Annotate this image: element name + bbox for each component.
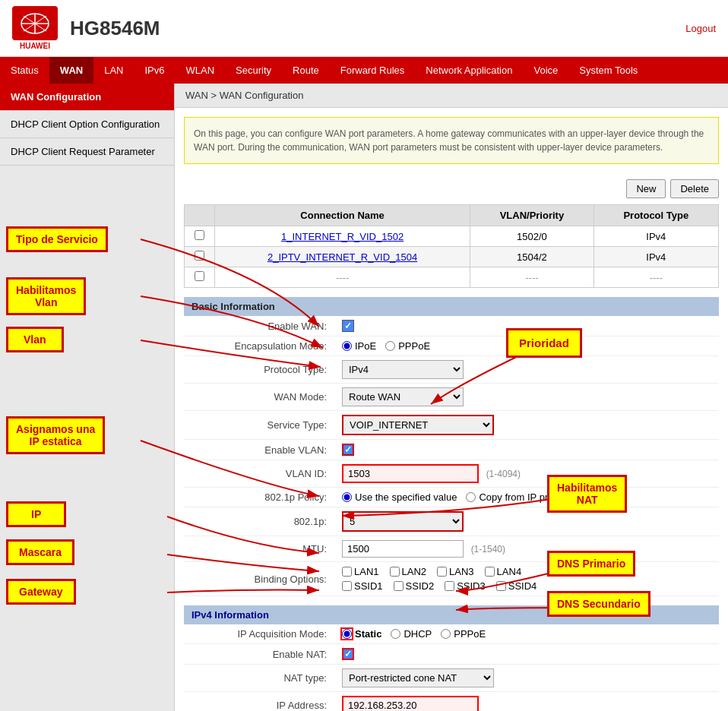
row2-connection-name[interactable]: 2_IPTV_INTERNET_R_VID_1504 (215, 247, 470, 267)
row3-connection-name: ---- (215, 267, 470, 288)
row2-checkbox[interactable] (195, 251, 204, 261)
breadcrumb: WAN > WAN Configuration (175, 84, 728, 108)
enable-vlan-checkbox[interactable] (342, 444, 354, 456)
binding-ssid3-cb[interactable] (445, 581, 454, 591)
binding-ssid4[interactable]: SSID4 (496, 580, 537, 592)
row2-protocol-type: IPv4 (593, 247, 718, 267)
binding-ssid2-cb[interactable] (394, 581, 404, 591)
enable-wan-checkbox[interactable] (342, 320, 354, 332)
ip-acq-static-radio[interactable] (342, 629, 352, 639)
encap-ipoe-radio[interactable] (342, 341, 352, 351)
ip-acq-pppoe-label[interactable]: PPPoE (441, 628, 486, 640)
mtu-input[interactable] (342, 540, 464, 558)
vlan-id-value: (1-4094) (336, 460, 719, 488)
ip-acq-static-label[interactable]: Static (342, 628, 381, 640)
vlan-id-hint: (1-4094) (486, 469, 521, 479)
encap-mode-group: IPoE PPPoE (342, 340, 713, 352)
protocol-type-select[interactable]: IPv4 (342, 360, 464, 379)
binding-label: Binding Options: (184, 562, 336, 596)
wan-mode-label: WAN Mode: (184, 384, 336, 411)
binding-lan1[interactable]: LAN1 (342, 566, 379, 577)
enable-nat-row: Enable NAT: (184, 644, 719, 665)
enable-wan-label: Enable WAN: (184, 316, 336, 337)
policy-copy-radio[interactable] (466, 492, 476, 502)
ipv4-form: IP Acquisition Mode: Static DHCP PPPoE E… (184, 624, 719, 711)
binding-options: LAN1 LAN2 LAN3 LAN4 SSID1 SSID2 SSID3 (342, 566, 713, 592)
ip-acq-label: IP Acquisition Mode: (184, 624, 336, 644)
binding-ssid3[interactable]: SSID3 (445, 580, 486, 592)
nav-forward-rules[interactable]: Forward Rules (330, 57, 416, 84)
nav-route[interactable]: Route (282, 57, 330, 84)
enable-nat-label: Enable NAT: (184, 644, 336, 665)
col-checkbox (185, 205, 215, 226)
col-connection-name: Connection Name (215, 205, 470, 226)
policy-specified-radio[interactable] (342, 492, 352, 502)
vlan-id-input[interactable] (342, 464, 479, 483)
nav-security[interactable]: Security (225, 57, 282, 84)
logout-button[interactable]: Logout (685, 23, 716, 34)
sidebar-item-dhcp-request[interactable]: DHCP Client Request Parameter (0, 138, 174, 166)
service-type-row: Service Type: VOIP_INTERNET (184, 411, 719, 440)
enable-vlan-value (336, 440, 719, 460)
nat-type-row: NAT type: Port-restricted cone NAT (184, 665, 719, 692)
ipv4-section: IPv4 Information IP Acquisition Mode: St… (184, 605, 719, 711)
binding-ssid1[interactable]: SSID1 (342, 580, 383, 592)
ip-address-input[interactable] (342, 696, 479, 711)
encap-mode-label: Encapsulation Mode: (184, 337, 336, 356)
main-content: WAN > WAN Configuration On this page, yo… (175, 84, 728, 711)
row3-checkbox[interactable] (195, 271, 204, 281)
mtu-row: MTU: (1-1540) (184, 536, 719, 562)
sidebar: WAN Configuration DHCP Client Option Con… (0, 84, 175, 711)
sidebar-item-dhcp-option[interactable]: DHCP Client Option Configuration (0, 111, 174, 138)
nat-type-value: Port-restricted cone NAT (336, 665, 719, 692)
wan-mode-row: WAN Mode: Route WAN (184, 384, 719, 411)
connection-table: Connection Name VLAN/Priority Protocol T… (184, 204, 719, 288)
binding-lan2-cb[interactable] (390, 567, 400, 577)
sidebar-item-wan-configuration[interactable]: WAN Configuration (0, 84, 174, 111)
nav-ipv6[interactable]: IPv6 (135, 57, 176, 84)
nav-lan[interactable]: LAN (93, 57, 134, 84)
enable-nat-value (336, 644, 719, 665)
nav-system-tools[interactable]: System Tools (568, 57, 648, 84)
policy-specified-label[interactable]: Use the specified value (342, 491, 457, 503)
dot1p-row: 802.1p: 5 0123 467 (184, 507, 719, 536)
wan-mode-value: Route WAN (336, 384, 719, 411)
binding-ssid2[interactable]: SSID2 (394, 580, 435, 592)
encap-pppoe-radio[interactable] (385, 341, 395, 351)
binding-ssid4-cb[interactable] (496, 581, 506, 591)
basic-info-title: Basic Information (184, 297, 719, 316)
binding-ssid1-cb[interactable] (342, 581, 352, 591)
binding-lan3[interactable]: LAN3 (437, 566, 474, 577)
nav-status[interactable]: Status (0, 57, 49, 84)
nav-wan[interactable]: WAN (49, 57, 93, 84)
binding-lan2[interactable]: LAN2 (390, 566, 427, 577)
nav-network-application[interactable]: Network Application (415, 57, 523, 84)
huawei-logo (12, 6, 58, 40)
nat-type-select[interactable]: Port-restricted cone NAT (342, 668, 494, 687)
nav-wlan[interactable]: WLAN (176, 57, 226, 84)
new-button[interactable]: New (626, 179, 666, 198)
protocol-type-value: IPv4 (336, 356, 719, 384)
binding-lan4[interactable]: LAN4 (485, 566, 522, 577)
row1-connection-name[interactable]: 1_INTERNET_R_VID_1502 (215, 226, 470, 247)
ip-acq-dhcp-label[interactable]: DHCP (391, 628, 432, 640)
wan-mode-select[interactable]: Route WAN (342, 387, 464, 406)
ip-acq-row: IP Acquisition Mode: Static DHCP PPPoE (184, 624, 719, 644)
encap-ipoe-label[interactable]: IPoE (342, 340, 376, 352)
enable-wan-value (336, 316, 719, 337)
ip-acq-dhcp-radio[interactable] (391, 629, 400, 639)
dot1p-select[interactable]: 5 0123 467 (342, 511, 464, 532)
ip-acq-pppoe-radio[interactable] (441, 629, 451, 639)
binding-lan3-cb[interactable] (437, 567, 447, 577)
binding-lan4-cb[interactable] (485, 567, 495, 577)
delete-button[interactable]: Delete (670, 179, 719, 198)
encap-pppoe-label[interactable]: PPPoE (385, 340, 430, 352)
policy-copy-label[interactable]: Copy from IP precedence (466, 491, 590, 503)
encap-mode-row: Encapsulation Mode: IPoE PPPoE (184, 337, 719, 356)
enable-nat-checkbox[interactable] (342, 648, 354, 660)
brand-label: HUAWEI (20, 42, 50, 50)
row1-checkbox[interactable] (195, 230, 204, 240)
binding-lan1-cb[interactable] (342, 567, 352, 577)
service-type-select[interactable]: VOIP_INTERNET (342, 415, 494, 435)
nav-voice[interactable]: Voice (523, 57, 568, 84)
